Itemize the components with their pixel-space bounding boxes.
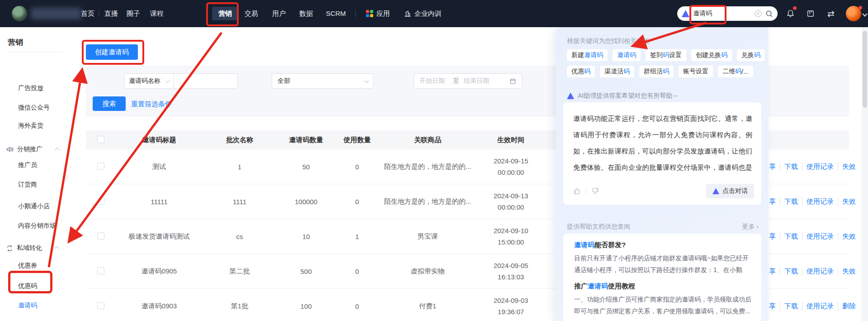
row-checkbox[interactable] bbox=[97, 163, 104, 170]
invalidate-link[interactable]: 失效 bbox=[838, 163, 856, 171]
cell-time: 19:36:07 bbox=[476, 306, 545, 317]
scrollbar-thumb[interactable] bbox=[863, 31, 867, 108]
chat-button[interactable]: 点击对话 bbox=[706, 184, 754, 198]
megaphone-icon bbox=[6, 146, 14, 153]
search-button[interactable]: 搜索 bbox=[93, 96, 126, 111]
chevron-down-icon bbox=[165, 78, 170, 83]
sidebar-item-wechat-official[interactable]: 微信公众号 bbox=[18, 104, 50, 112]
ai-assistant-heading: AI助理提供答案希望对您有所帮助～ bbox=[578, 92, 679, 100]
sidebar-title: 营销 bbox=[8, 37, 23, 48]
search-input[interactable]: 邀请码 bbox=[693, 10, 751, 18]
collapse-caret-icon[interactable] bbox=[54, 246, 59, 251]
row-actions: 分享 下载 使用记录 失效 bbox=[762, 163, 849, 171]
thumbs-up-icon[interactable] bbox=[573, 187, 581, 195]
usage-records-link[interactable]: 使用记录 bbox=[802, 163, 834, 171]
sidebar-item-invite-code[interactable]: 邀请码 bbox=[18, 302, 37, 310]
cell-used: 0 bbox=[335, 163, 379, 171]
doc-item-group-send[interactable]: 邀请码能否群发? 目前只有开通了小程序的店铺才能群发邀请码哦~如果您已经开通店铺… bbox=[574, 241, 753, 276]
cell-used: 0 bbox=[335, 198, 379, 206]
sidebar-item-ads[interactable]: 广告投放 bbox=[18, 84, 43, 92]
global-search[interactable]: 邀请码 bbox=[677, 6, 778, 21]
nav-course[interactable]: 课程 bbox=[150, 0, 164, 27]
status-select[interactable]: 全部 bbox=[272, 73, 373, 89]
search-icon[interactable] bbox=[765, 10, 773, 18]
nav-scrm[interactable]: SCRM bbox=[326, 0, 346, 27]
scrollbar[interactable] bbox=[862, 27, 868, 321]
sidebar-item-discount-code[interactable]: 优惠码 bbox=[18, 282, 37, 290]
chip-create-redeem-code[interactable]: 创建兑换码 bbox=[691, 49, 732, 61]
doc-item-promo-tutorial[interactable]: 推广邀请码使用教程 一、功能介绍推广员可推广商家指定的邀请码，学员领取成功后即可… bbox=[574, 282, 753, 317]
usage-records-link[interactable]: 使用记录 bbox=[802, 267, 834, 276]
chip-redeem-code[interactable]: 兑换码 bbox=[737, 49, 765, 61]
nav-enterprise-training[interactable]: 企业内训 bbox=[404, 0, 442, 27]
nav-data[interactable]: 数据 bbox=[299, 0, 313, 27]
row-checkbox[interactable] bbox=[97, 267, 104, 274]
sidebar-group-private-conversion[interactable]: 私域转化 bbox=[6, 244, 59, 252]
nav-home[interactable]: 首页 bbox=[81, 0, 94, 27]
notifications-bell-icon[interactable] bbox=[783, 0, 797, 27]
usage-records-link[interactable]: 使用记录 bbox=[802, 197, 834, 206]
nav-enterprise-label: 企业内训 bbox=[415, 0, 442, 27]
create-invite-code-button[interactable]: 创建邀请码 bbox=[86, 44, 138, 60]
chip-invite-code[interactable]: 邀请码 bbox=[613, 49, 641, 61]
cell-batch: 1111 bbox=[203, 198, 277, 206]
row-checkbox[interactable] bbox=[97, 232, 104, 240]
download-link[interactable]: 下载 bbox=[780, 267, 798, 276]
doc-desc: 一、功能介绍推广员可推广商家指定的邀请码，学员领取成功后即可与推广员绑定客户关系… bbox=[574, 293, 753, 317]
cell-title: 测试 bbox=[116, 163, 203, 171]
workbench-icon[interactable] bbox=[804, 0, 817, 27]
row-actions: 分享 下载 使用记录 失效 bbox=[762, 197, 849, 206]
col-header-start-time: 生效时间 bbox=[476, 136, 545, 144]
help-docs-card: 邀请码能否群发? 目前只有开通了小程序的店铺才能群发邀请码哦~如果您已经开通店铺… bbox=[563, 234, 761, 321]
invalidate-link[interactable]: 失效 bbox=[838, 197, 856, 206]
download-link[interactable]: 下载 bbox=[780, 163, 798, 171]
clear-search-icon[interactable] bbox=[755, 10, 762, 17]
download-link[interactable]: 下载 bbox=[780, 197, 798, 206]
chip-channel-live-code[interactable]: 渠道活码 bbox=[600, 66, 634, 77]
sidebar-group-distribution[interactable]: 分销推广 bbox=[6, 145, 60, 153]
brand-logo bbox=[12, 6, 27, 21]
nav-trade[interactable]: 交易 bbox=[245, 0, 258, 27]
avatar-chevron-down-icon[interactable] bbox=[862, 11, 867, 16]
delete-link[interactable]: 删除 bbox=[838, 302, 856, 311]
keyword-input[interactable] bbox=[173, 73, 238, 89]
chip-checkin-code-settings[interactable]: 签到码设置 bbox=[646, 49, 686, 61]
sidebar-item-coupon[interactable]: 优惠券 bbox=[18, 262, 37, 270]
sidebar-item-promoter[interactable]: 推广员 bbox=[18, 161, 37, 169]
sidebar-item-order-dealer[interactable]: 订货商 bbox=[18, 181, 37, 189]
nav-apps[interactable]: 应用 bbox=[366, 0, 390, 27]
usage-records-link[interactable]: 使用记录 bbox=[802, 302, 834, 311]
download-link[interactable]: 下载 bbox=[780, 232, 798, 241]
date-range-picker[interactable]: 开始日期 至 结束日期 bbox=[414, 73, 522, 89]
nav-marketing-active[interactable]: 营销 bbox=[212, 7, 238, 20]
conversion-cycle-icon bbox=[6, 245, 13, 252]
chip-qr-code[interactable]: 二维码/... bbox=[718, 66, 753, 77]
row-checkbox[interactable] bbox=[97, 197, 104, 205]
switch-account-icon[interactable]: ⇄ bbox=[824, 0, 838, 27]
nav-circle[interactable]: 圈子 bbox=[127, 0, 140, 27]
download-link[interactable]: 下载 bbox=[780, 302, 798, 311]
chips-row-2: 优惠码 渠道活码 群组活码 账号设置 二维码/... bbox=[567, 66, 753, 77]
sidebar-item-overseas[interactable]: 海外卖货 bbox=[18, 122, 43, 130]
reset-filters-link[interactable]: 重置筛选条件 bbox=[131, 100, 172, 109]
chip-new-invite-code[interactable]: 新建邀请码 bbox=[567, 49, 608, 61]
cell-title: 邀请码0903 bbox=[116, 302, 203, 311]
usage-records-link[interactable]: 使用记录 bbox=[802, 232, 834, 241]
sidebar-item-xiaoe-shop[interactable]: 小鹅通小店 bbox=[18, 202, 50, 211]
chip-discount-code[interactable]: 优惠码 bbox=[567, 66, 595, 77]
invalidate-link[interactable]: 失效 bbox=[838, 232, 856, 241]
nav-live[interactable]: 直播 bbox=[104, 0, 118, 27]
more-docs-link[interactable]: 更多 › bbox=[742, 223, 759, 231]
chip-group-live-code[interactable]: 群组活码 bbox=[639, 66, 674, 77]
row-checkbox[interactable] bbox=[97, 302, 104, 309]
chip-account-settings[interactable]: 账号设置 bbox=[679, 66, 713, 77]
collapse-caret-icon[interactable] bbox=[55, 148, 60, 153]
thumbs-down-icon[interactable] bbox=[591, 187, 599, 195]
invalidate-link[interactable]: 失效 bbox=[838, 267, 856, 276]
ai-answer-text: 邀请码功能正常运行，您可以在营销页面找到它。通常，邀请码用于付费课程，允许一部分… bbox=[573, 110, 752, 177]
sidebar-item-content-market[interactable]: 内容分销市场 bbox=[18, 222, 56, 230]
nav-users[interactable]: 用户 bbox=[272, 0, 286, 27]
keyword-type-select[interactable]: 邀请码名称 bbox=[124, 73, 174, 89]
avatar-badge-dot bbox=[859, 6, 862, 10]
select-all-checkbox[interactable] bbox=[97, 136, 104, 143]
